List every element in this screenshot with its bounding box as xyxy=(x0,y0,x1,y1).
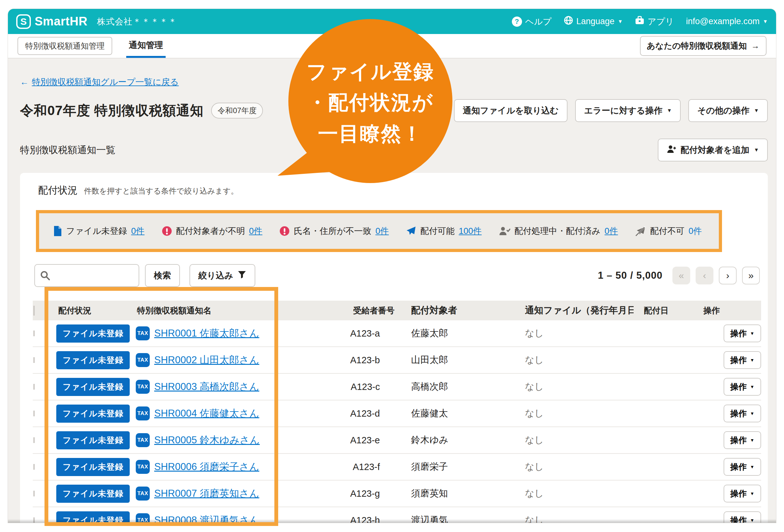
notice-link[interactable]: SHR0003 高橋次郎さん xyxy=(154,380,259,393)
help-label: ヘルプ xyxy=(525,16,552,27)
status-count-link[interactable]: 0件 xyxy=(375,225,389,237)
status-label: 氏名・住所が不一致 xyxy=(294,225,371,237)
error-ops-label: エラーに対する操作 xyxy=(584,105,662,116)
notice-link[interactable]: SHR0001 佐藤太郎さん xyxy=(154,327,259,340)
year-badge: 令和07年度 xyxy=(211,102,263,119)
help-menu[interactable]: ? ヘルプ xyxy=(512,16,552,27)
row-ops-cell: 操作▼ xyxy=(681,351,761,369)
notice-link[interactable]: SHR0002 山田太郎さん xyxy=(154,353,259,367)
row-ops-cell: 操作▼ xyxy=(681,431,761,449)
page-title: 令和07年度 特別徴収税額通知 xyxy=(20,102,203,119)
last-page-button[interactable]: » xyxy=(742,267,760,285)
row-ops-cell: 操作▼ xyxy=(681,458,761,476)
tab-tokubetsu-kanri[interactable]: 特別徴収税額通知管理 xyxy=(18,37,112,55)
next-page-button[interactable]: › xyxy=(719,267,737,285)
row-checkbox[interactable] xyxy=(33,357,35,363)
row-ops-label: 操作 xyxy=(730,435,747,446)
row-ops-button[interactable]: 操作▼ xyxy=(724,351,761,369)
row-ops-label: 操作 xyxy=(730,408,747,419)
table-row: ファイル未登録TAXSHR0003 高橋次郎さんA123-c高橋次郎なし操作▼ xyxy=(33,374,761,401)
status-item-alert: 配付対象者が不明0件 xyxy=(162,225,262,237)
notice-list-card: 配付状況 件数を押すと該当する条件で絞り込みます。 ファイル未登録0件配付対象者… xyxy=(20,173,768,523)
chevron-down-icon: ▼ xyxy=(667,108,672,113)
filter-button[interactable]: 絞り込み xyxy=(190,264,255,287)
col-status: 配付状況 xyxy=(51,305,135,316)
chevron-down-icon: ▼ xyxy=(750,358,754,362)
tax-icon: TAX xyxy=(136,326,150,341)
row-recipient-no: A123-d xyxy=(319,408,398,419)
status-count-link[interactable]: 0件 xyxy=(249,225,262,237)
row-ops-cell: 操作▼ xyxy=(681,485,761,502)
status-item-alert: 氏名・住所が不一致0件 xyxy=(279,225,389,237)
col-notice-name: 特別徴収税額通知名 xyxy=(135,305,319,316)
row-checkbox[interactable] xyxy=(33,464,35,470)
status-count-link[interactable]: 100件 xyxy=(459,225,482,237)
notice-link[interactable]: SHR0007 須磨英知さん xyxy=(154,487,259,500)
row-checkbox[interactable] xyxy=(33,411,35,416)
row-recipient-no: A123-f xyxy=(319,462,398,472)
smarthr-logo[interactable]: S SmartHR xyxy=(16,14,87,29)
status-item-person-check: 配付処理中・配付済み0件 xyxy=(499,225,618,237)
col-target: 配付対象者 xyxy=(398,304,510,317)
status-label: 配付不可 xyxy=(650,225,684,237)
row-status-cell: ファイル未登録 xyxy=(51,378,135,396)
row-ops-label: 操作 xyxy=(730,355,747,366)
back-link[interactable]: ← 特別徴収税額通知グループ一覧に戻る xyxy=(20,76,179,88)
status-count-link[interactable]: 0件 xyxy=(131,225,145,237)
select-all-checkbox[interactable] xyxy=(33,306,35,316)
row-file: なし xyxy=(510,380,634,393)
status-highlight-frame: ファイル未登録0件配付対象者が不明0件氏名・住所が不一致0件配付可能100件配付… xyxy=(36,210,722,252)
row-ops-button[interactable]: 操作▼ xyxy=(724,324,761,342)
language-menu[interactable]: Language ▼ xyxy=(564,16,623,27)
status-badge: ファイル未登録 xyxy=(56,378,130,396)
apps-menu[interactable]: アプリ xyxy=(635,16,674,27)
row-ops-label: 操作 xyxy=(730,381,747,392)
apps-label: アプリ xyxy=(648,16,674,27)
row-ops-button[interactable]: 操作▼ xyxy=(724,378,761,396)
send-icon xyxy=(406,226,416,236)
col-ops: 操作 xyxy=(681,305,761,316)
list-heading: 特別徴収税額通知一覧 xyxy=(20,144,115,157)
your-notice-button[interactable]: あなたの特別徴収税額通知 → xyxy=(640,36,766,56)
other-ops-button[interactable]: その他の操作 ▼ xyxy=(688,99,768,122)
prev-page-button[interactable]: ‹ xyxy=(696,267,713,285)
row-target: 山田太郎 xyxy=(398,354,510,366)
row-status-cell: ファイル未登録 xyxy=(51,431,135,449)
add-target-button[interactable]: 配付対象者を追加 ▼ xyxy=(658,139,768,161)
status-label: 配付可能 xyxy=(420,225,455,237)
account-menu[interactable]: info@example.com ▼ xyxy=(686,17,768,26)
notice-link[interactable]: SHR0004 佐藤健太さん xyxy=(154,407,259,420)
row-ops-button[interactable]: 操作▼ xyxy=(724,458,761,476)
row-status-cell: ファイル未登録 xyxy=(51,485,135,503)
row-checkbox[interactable] xyxy=(33,491,35,496)
notice-link[interactable]: SHR0006 須磨栄子さん xyxy=(154,460,259,474)
row-checkbox[interactable] xyxy=(33,384,35,390)
person-check-icon xyxy=(499,226,510,236)
tab-tsuchi-kanri[interactable]: 通知管理 xyxy=(126,34,166,58)
filter-button-label: 絞り込み xyxy=(198,270,233,281)
your-notice-label: あなたの特別徴収税額通知 xyxy=(647,40,747,52)
row-checkbox[interactable] xyxy=(33,437,35,443)
row-ops-label: 操作 xyxy=(730,462,747,473)
table-row: ファイル未登録TAXSHR0007 須磨英知さんA123-g須磨英知なし操作▼ xyxy=(33,480,761,507)
funnel-icon xyxy=(237,270,246,281)
tax-icon: TAX xyxy=(136,353,150,367)
globe-icon xyxy=(564,16,573,27)
arrow-right-icon: → xyxy=(751,41,759,51)
row-checkbox[interactable] xyxy=(33,330,35,336)
status-count-link[interactable]: 0件 xyxy=(605,225,618,237)
row-status-cell: ファイル未登録 xyxy=(51,324,135,343)
row-notice-cell: TAXSHR0002 山田太郎さん xyxy=(135,353,319,367)
notice-link[interactable]: SHR0005 鈴木ゆみさん xyxy=(154,434,260,447)
error-ops-button[interactable]: エラーに対する操作 ▼ xyxy=(575,99,681,122)
callout-line-3: 一目瞭然！ xyxy=(318,122,423,145)
chevron-down-icon: ▼ xyxy=(750,411,754,416)
row-ops-button[interactable]: 操作▼ xyxy=(724,431,761,449)
search-button[interactable]: 検索 xyxy=(145,264,180,287)
row-ops-button[interactable]: 操作▼ xyxy=(724,405,761,422)
first-page-button[interactable]: « xyxy=(672,267,690,285)
row-ops-button[interactable]: 操作▼ xyxy=(724,485,761,502)
status-count-link[interactable]: 0件 xyxy=(689,225,702,237)
add-target-label: 配付対象者を追加 xyxy=(681,144,750,156)
language-label: Language xyxy=(577,17,615,26)
